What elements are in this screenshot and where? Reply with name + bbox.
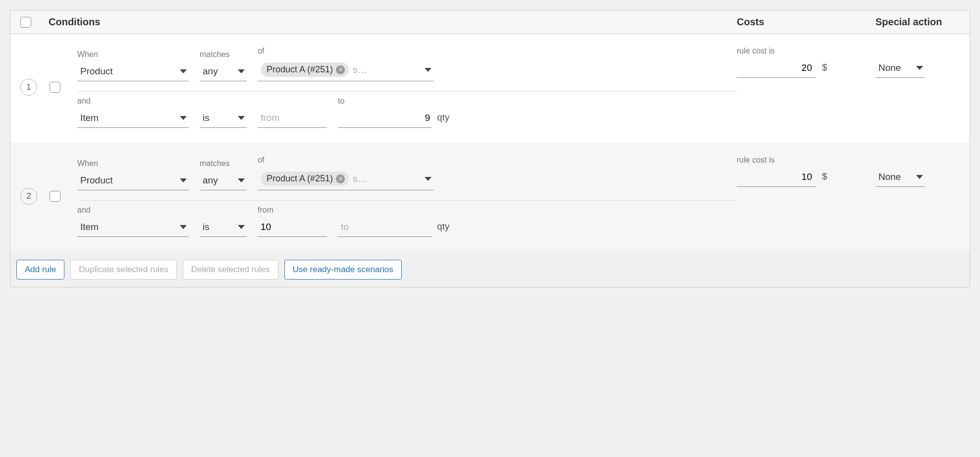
chevron-down-icon — [238, 69, 245, 73]
matches-select[interactable]: any — [200, 63, 247, 81]
when-value: Product — [80, 175, 112, 186]
chip-label: Product A (#251) — [267, 173, 333, 184]
special-action-value: None — [878, 62, 901, 73]
chevron-down-icon — [238, 178, 245, 182]
when-label: When — [77, 159, 189, 168]
chevron-down-icon — [916, 66, 923, 70]
condition-divider — [77, 91, 737, 92]
chevron-down-icon — [425, 68, 432, 72]
rule-cost-label: rule cost is — [737, 156, 816, 165]
currency-unit: $ — [822, 62, 827, 78]
table-footer: Add rule Duplicate selected rules Delete… — [10, 252, 970, 287]
when-select[interactable]: Product — [77, 172, 189, 190]
chevron-down-icon — [425, 177, 432, 181]
from-label: from — [258, 206, 327, 215]
matches-value: any — [203, 66, 218, 77]
use-scenarios-button[interactable]: Use ready-made scenarios — [284, 260, 402, 280]
from-input[interactable] — [258, 219, 327, 237]
special-action-value: None — [878, 171, 901, 182]
and-subject-value: Item — [80, 113, 99, 123]
of-label: of — [258, 47, 434, 56]
special-action-select[interactable]: None — [875, 169, 925, 187]
add-rule-button[interactable]: Add rule — [16, 260, 64, 280]
matches-select[interactable]: any — [200, 172, 247, 190]
and-operator-value: is — [203, 113, 210, 123]
chevron-down-icon — [180, 225, 187, 229]
rule-number-badge: 2 — [20, 188, 37, 205]
to-input[interactable] — [338, 110, 432, 128]
when-select[interactable]: Product — [77, 63, 189, 81]
product-chip: Product A (#251) ✕ — [261, 171, 349, 186]
chip-remove-icon[interactable]: ✕ — [336, 65, 345, 74]
matches-value: any — [203, 175, 218, 186]
rule-row: 1 When Product matches any — [10, 34, 970, 143]
header-costs: Costs — [737, 16, 875, 28]
and-label: and — [77, 97, 189, 106]
and-operator-select[interactable]: is — [200, 110, 247, 128]
duplicate-rules-button[interactable]: Duplicate selected rules — [70, 260, 176, 280]
header-special-action: Special action — [875, 16, 960, 28]
rules-table: Conditions Costs Special action 1 When P… — [10, 10, 970, 287]
chevron-down-icon — [916, 175, 923, 179]
and-subject-select[interactable]: Item — [77, 219, 189, 237]
delete-rules-button[interactable]: Delete selected rules — [183, 260, 278, 280]
and-subject-select[interactable]: Item — [77, 110, 189, 128]
table-header: Conditions Costs Special action — [10, 10, 970, 34]
cost-input[interactable] — [737, 59, 816, 78]
from-input[interactable] — [258, 110, 327, 128]
rule-checkbox[interactable] — [50, 82, 60, 93]
to-label: to — [338, 97, 432, 106]
rule-checkbox[interactable] — [50, 191, 60, 202]
chip-label: Product A (#251) — [267, 64, 333, 75]
special-action-select[interactable]: None — [875, 59, 925, 78]
when-value: Product — [80, 66, 112, 77]
of-multiselect[interactable]: Product A (#251) ✕ s… — [258, 169, 434, 190]
chevron-down-icon — [238, 225, 245, 229]
and-label: and — [77, 206, 189, 215]
product-chip: Product A (#251) ✕ — [261, 62, 349, 77]
select-all-checkbox[interactable] — [20, 17, 31, 28]
of-label: of — [258, 156, 434, 165]
rule-row: 2 When Product matches any — [10, 143, 970, 252]
condition-divider — [77, 200, 737, 201]
when-label: When — [77, 50, 189, 59]
chip-remove-icon[interactable]: ✕ — [336, 174, 345, 183]
chevron-down-icon — [180, 69, 187, 73]
of-multiselect[interactable]: Product A (#251) ✕ s… — [258, 59, 434, 81]
qty-unit: qty — [437, 221, 449, 237]
and-subject-value: Item — [80, 222, 99, 232]
rule-number-badge: 1 — [20, 79, 37, 96]
of-search-placeholder: s… — [353, 173, 367, 184]
chevron-down-icon — [180, 178, 187, 182]
and-operator-value: is — [203, 222, 210, 232]
and-operator-select[interactable]: is — [200, 219, 247, 237]
to-input[interactable] — [338, 219, 432, 237]
header-conditions: Conditions — [49, 16, 737, 28]
rule-cost-label: rule cost is — [737, 47, 816, 56]
cost-input[interactable] — [737, 169, 816, 187]
qty-unit: qty — [437, 112, 449, 128]
currency-unit: $ — [822, 171, 827, 187]
matches-label: matches — [200, 50, 247, 59]
of-search-placeholder: s… — [353, 64, 367, 75]
chevron-down-icon — [180, 116, 187, 120]
chevron-down-icon — [238, 116, 245, 120]
matches-label: matches — [200, 159, 247, 168]
